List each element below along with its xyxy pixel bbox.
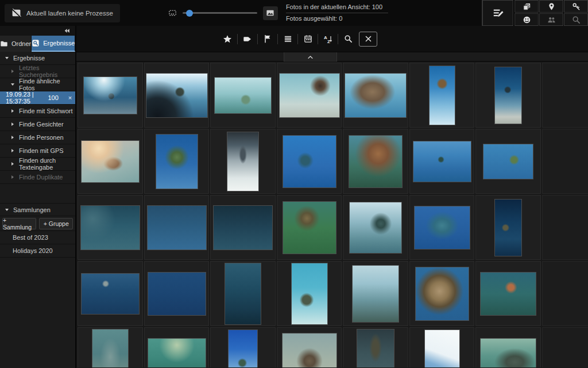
add-collection-button[interactable]: + Sammlung: [2, 218, 36, 229]
photo-thumbnail[interactable]: [292, 263, 327, 324]
photo-cell[interactable]: [409, 327, 475, 367]
collections-section-header[interactable]: Sammlungen: [0, 203, 75, 216]
tree-item[interactable]: Finden durch Texteingabe: [0, 158, 75, 171]
collection-item[interactable]: Best of 2023: [0, 231, 75, 244]
large-thumbnail-button[interactable]: [263, 6, 278, 20]
filter-star-button[interactable]: [219, 31, 236, 47]
photo-cell[interactable]: [409, 129, 475, 194]
photo-thumbnail[interactable]: [82, 141, 139, 182]
photo-thumbnail[interactable]: [350, 202, 401, 253]
photo-cell[interactable]: [409, 261, 475, 326]
photo-thumbnail[interactable]: [82, 274, 139, 314]
photo-thumbnail[interactable]: [156, 135, 198, 189]
filter-calendar-button[interactable]: [299, 31, 316, 47]
photo-cell[interactable]: [343, 129, 408, 194]
photo-thumbnail[interactable]: [495, 67, 521, 124]
photo-thumbnail[interactable]: [481, 273, 536, 315]
photo-thumbnail[interactable]: [84, 77, 137, 114]
photo-thumbnail[interactable]: [229, 330, 257, 368]
photo-thumbnail[interactable]: [225, 263, 261, 324]
photo-cell[interactable]: [475, 327, 541, 367]
collapse-filterbar-button[interactable]: [284, 52, 337, 62]
photo-cell[interactable]: [409, 195, 475, 260]
photo-thumbnail[interactable]: [283, 136, 336, 187]
photo-thumbnail[interactable]: [148, 273, 206, 315]
photo-cell[interactable]: [144, 129, 210, 194]
tree-item[interactable]: Finden mit GPS: [0, 144, 75, 158]
photo-cell[interactable]: [277, 129, 342, 194]
close-result-icon[interactable]: ×: [68, 94, 72, 101]
photo-thumbnail[interactable]: [349, 136, 402, 187]
filter-listlines-button[interactable]: [279, 31, 296, 47]
photo-thumbnail[interactable]: [345, 74, 406, 117]
photo-cell[interactable]: [277, 195, 342, 260]
photo-cell[interactable]: [277, 261, 342, 326]
face-button[interactable]: [514, 13, 539, 26]
photo-cell[interactable]: [210, 261, 276, 326]
photo-cell[interactable]: [144, 195, 210, 260]
tree-item[interactable]: Finde mit Stichwort: [0, 105, 75, 118]
tree-item[interactable]: Finde Duplikate: [0, 171, 75, 184]
tab-ergebnisse[interactable]: Ergebnisse: [32, 36, 75, 52]
photo-cell[interactable]: [475, 63, 541, 128]
photo-thumbnail[interactable]: [227, 132, 258, 191]
thumbnail-size-slider[interactable]: [183, 12, 257, 14]
collapse-sidebar-icon[interactable]: [64, 28, 70, 34]
photo-cell[interactable]: [144, 261, 210, 326]
photo-cell[interactable]: [78, 129, 143, 194]
tab-ordner[interactable]: Ordner: [0, 36, 32, 52]
tree-item[interactable]: Finde ähnliche Fotos: [0, 78, 75, 91]
photo-thumbnail[interactable]: [495, 200, 521, 256]
photo-cell[interactable]: [144, 63, 210, 128]
photo-thumbnail[interactable]: [425, 330, 459, 368]
edit-list-button[interactable]: [482, 0, 513, 26]
filter-sortaz-button[interactable]: AZ: [319, 31, 336, 47]
photo-cell[interactable]: [343, 195, 408, 260]
add-group-button[interactable]: + Gruppe: [39, 218, 73, 229]
tree-item[interactable]: Finde Personen: [0, 131, 75, 144]
photo-thumbnail[interactable]: [148, 206, 206, 250]
tree-item[interactable]: Finde Gesichter: [0, 118, 75, 131]
photo-cell[interactable]: [78, 63, 143, 128]
search-result-item-selected[interactable]: 19.09.23 | 15:37:35100×: [0, 91, 75, 105]
photo-cell[interactable]: [343, 327, 408, 367]
tree-item[interactable]: Letztes Suchergebnis: [0, 65, 75, 78]
filter-tag-button[interactable]: [239, 31, 256, 47]
photo-cell[interactable]: [475, 129, 541, 194]
search-button[interactable]: [564, 13, 588, 26]
photo-thumbnail[interactable]: [146, 74, 207, 117]
photo-cell[interactable]: [277, 327, 342, 367]
photo-thumbnail[interactable]: [92, 329, 128, 368]
photo-thumbnail[interactable]: [81, 206, 140, 250]
photo-thumbnail[interactable]: [413, 141, 471, 182]
photo-cell[interactable]: [210, 129, 276, 194]
tree-item[interactable]: Ergebnisse: [0, 52, 75, 65]
keyword-key-button[interactable]: [564, 0, 588, 13]
photo-thumbnail[interactable]: [283, 334, 336, 368]
photo-cell[interactable]: [78, 327, 143, 367]
photo-cell[interactable]: [78, 261, 143, 326]
photo-thumbnail[interactable]: [148, 339, 206, 368]
photo-thumbnail[interactable]: [283, 202, 336, 254]
photo-thumbnail[interactable]: [416, 267, 469, 320]
filter-search-button[interactable]: [339, 31, 357, 47]
photo-cell[interactable]: [78, 195, 143, 260]
photo-cell[interactable]: [277, 63, 342, 128]
photo-thumbnail[interactable]: [481, 339, 536, 368]
photo-cell[interactable]: [210, 195, 276, 260]
photo-thumbnail[interactable]: [214, 206, 272, 250]
filter-flag-button[interactable]: [259, 31, 276, 47]
photo-thumbnail[interactable]: [215, 78, 271, 113]
people-button[interactable]: [539, 13, 563, 26]
photo-thumbnail[interactable]: [357, 329, 394, 368]
photo-thumbnail[interactable]: [483, 144, 533, 179]
photo-cell[interactable]: [343, 261, 408, 326]
slider-thumb[interactable]: [186, 10, 193, 17]
collection-item[interactable]: Holidays 2020: [0, 244, 75, 258]
photo-cell[interactable]: [210, 63, 276, 128]
photo-cell[interactable]: [144, 327, 210, 367]
map-pin-button[interactable]: [539, 0, 563, 13]
photo-thumbnail[interactable]: [430, 66, 455, 125]
copies-button[interactable]: [514, 0, 539, 13]
photo-thumbnail[interactable]: [353, 266, 399, 322]
